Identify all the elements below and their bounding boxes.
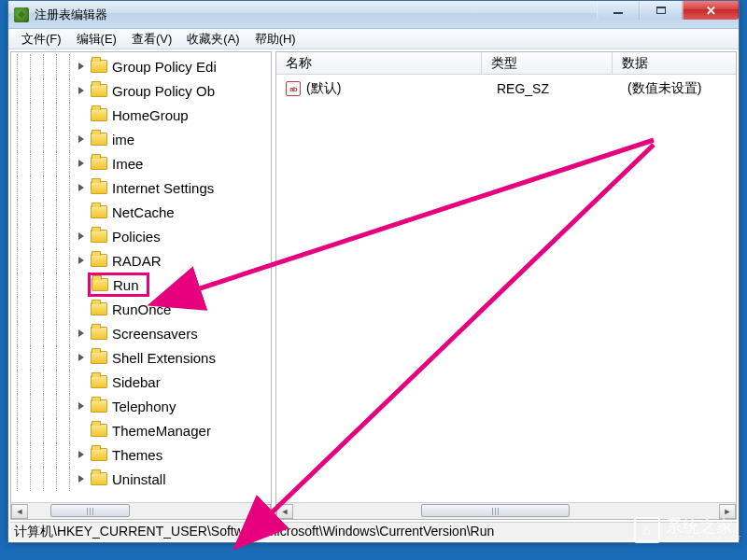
tree-pane: Group Policy EdiGroup Policy ObHomeGroup… (10, 51, 272, 520)
window-controls: ✕ (597, 1, 739, 20)
tree-item[interactable]: ime (11, 127, 271, 151)
menu-view[interactable]: 查看(V) (124, 31, 179, 48)
scroll-left-icon[interactable]: ◄ (11, 504, 28, 519)
tree-item[interactable]: Policies (11, 224, 271, 248)
menu-help[interactable]: 帮助(H) (247, 31, 303, 48)
folder-icon (91, 448, 107, 461)
tree-item[interactable]: Telephony (11, 394, 271, 418)
expand-icon[interactable] (77, 474, 87, 484)
string-value-icon: ab (286, 81, 301, 96)
folder-icon (91, 230, 107, 243)
regedit-icon (14, 7, 29, 22)
watermark-logo-icon: ⌂ (634, 517, 660, 543)
folder-icon (91, 327, 107, 340)
folder-icon (91, 375, 107, 388)
tree-item[interactable]: Shell Extensions (11, 345, 271, 370)
window-title: 注册表编辑器 (35, 7, 107, 23)
close-button[interactable]: ✕ (683, 1, 739, 20)
tree-horizontal-scrollbar[interactable]: ◄ ► (11, 502, 271, 519)
expand-icon[interactable] (77, 159, 87, 169)
folder-icon (91, 108, 107, 121)
expand-icon[interactable] (77, 86, 87, 96)
tree-item-label: Themes (112, 447, 162, 463)
value-name: (默认) (306, 80, 497, 97)
leaf-icon (77, 280, 87, 290)
tree-item[interactable]: Sidebar (11, 370, 271, 394)
leaf-icon (77, 377, 87, 387)
expand-icon[interactable] (77, 353, 87, 363)
tree-item[interactable]: Uninstall (11, 467, 271, 491)
folder-icon (91, 60, 107, 73)
expand-icon[interactable] (77, 450, 87, 460)
expand-icon[interactable] (77, 231, 87, 242)
menu-edit[interactable]: 编辑(E) (69, 31, 124, 48)
tree-item-label: HomeGroup (112, 107, 189, 123)
folder-icon (91, 472, 107, 485)
tree-item-label: NetCache (112, 204, 175, 220)
folder-icon (91, 133, 107, 146)
expand-icon[interactable] (77, 401, 87, 412)
expand-icon[interactable] (77, 256, 87, 266)
column-header-name[interactable]: 名称 (276, 52, 482, 74)
tree-item[interactable]: NetCache (11, 200, 271, 224)
tree-item[interactable]: ThemeManager (11, 418, 271, 442)
tree-item-label: Policies (112, 229, 161, 245)
watermark-text-cn: 系统之家 (666, 518, 741, 535)
tree-item-label: Shell Extensions (112, 350, 216, 366)
expand-icon[interactable] (77, 134, 87, 145)
expand-icon[interactable] (77, 62, 87, 72)
leaf-icon (77, 110, 87, 120)
tree-item-label: Group Policy Ob (112, 83, 215, 99)
scroll-right-icon[interactable]: ► (254, 504, 271, 519)
tree-item[interactable]: Group Policy Edi (11, 54, 271, 78)
tree-item[interactable]: Screensavers (11, 321, 271, 345)
tree-item[interactable]: RADAR (11, 248, 271, 273)
tree-item[interactable]: Imee (11, 151, 271, 175)
maximize-button[interactable] (640, 1, 683, 20)
tree-item[interactable]: RunOnce (11, 297, 271, 321)
value-list[interactable]: ab(默认)REG_SZ(数值未设置) (276, 75, 736, 103)
menu-favorites[interactable]: 收藏夹(A) (179, 31, 247, 48)
tree-item[interactable]: HomeGroup (11, 103, 271, 127)
status-path: 计算机\HKEY_CURRENT_USER\Software\Microsoft… (14, 524, 494, 539)
leaf-icon (77, 207, 87, 217)
column-header-data[interactable]: 数据 (613, 52, 736, 74)
tree-item[interactable]: Run (11, 273, 271, 297)
expand-icon[interactable] (77, 183, 87, 193)
highlighted-item: Run (88, 273, 149, 297)
watermark-text-en: XITONGZHIJIA.NET (666, 535, 741, 542)
folder-icon (91, 84, 107, 97)
registry-editor-window: 注册表编辑器 ✕ 文件(F) 编辑(E) 查看(V) 收藏夹(A) 帮助(H) … (7, 0, 740, 543)
titlebar[interactable]: 注册表编辑器 ✕ (8, 1, 739, 29)
scroll-thumb[interactable] (421, 504, 571, 517)
leaf-icon (77, 426, 87, 436)
tree-item-label: ime (112, 132, 134, 147)
folder-icon (91, 302, 107, 315)
tree-item-label: RunOnce (112, 301, 171, 317)
value-data: (数值未设置) (627, 80, 736, 97)
scroll-track[interactable] (28, 504, 254, 519)
registry-tree[interactable]: Group Policy EdiGroup Policy ObHomeGroup… (11, 52, 271, 502)
statusbar: 计算机\HKEY_CURRENT_USER\Software\Microsoft… (10, 522, 737, 540)
watermark: ⌂ 系统之家 XITONGZHIJIA.NET (634, 517, 741, 543)
folder-icon (92, 278, 108, 291)
value-list-pane: 名称 类型 数据 ab(默认)REG_SZ(数值未设置) ◄ ► (275, 51, 737, 520)
folder-icon (91, 424, 107, 437)
column-header-type[interactable]: 类型 (482, 52, 613, 74)
folder-icon (91, 157, 107, 170)
list-row[interactable]: ab(默认)REG_SZ(数值未设置) (276, 78, 736, 99)
tree-item[interactable]: Internet Settings (11, 175, 271, 200)
folder-icon (91, 351, 107, 364)
tree-item-label: Screensavers (112, 326, 198, 342)
folder-icon (91, 181, 107, 194)
scroll-left-icon[interactable]: ◄ (276, 504, 293, 519)
expand-icon[interactable] (77, 329, 87, 339)
tree-item[interactable]: Themes (11, 442, 271, 467)
tree-item-label: Run (113, 277, 139, 293)
folder-icon (91, 205, 107, 218)
menu-file[interactable]: 文件(F) (14, 31, 69, 48)
minimize-button[interactable] (597, 1, 640, 20)
tree-item-label: RADAR (112, 253, 162, 269)
scroll-thumb[interactable] (50, 504, 130, 517)
tree-item[interactable]: Group Policy Ob (11, 78, 271, 103)
